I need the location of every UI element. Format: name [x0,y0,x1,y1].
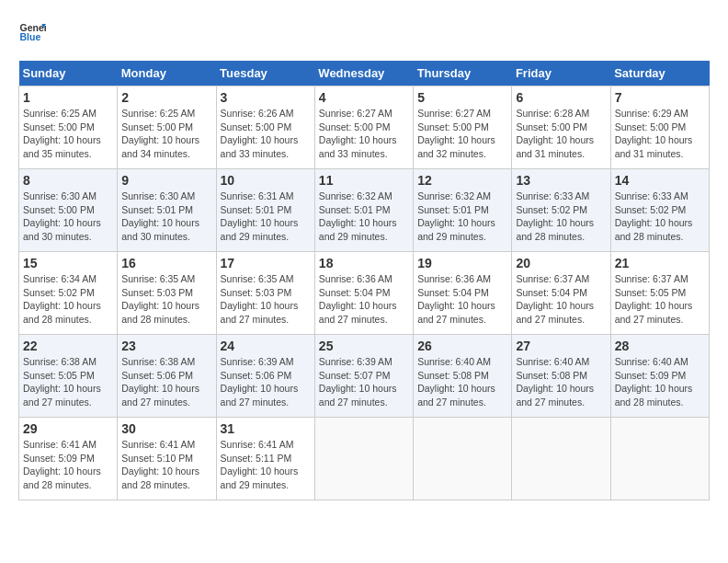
day-number: 12 [417,173,507,188]
day-cell-18: 18 Sunrise: 6:36 AM Sunset: 5:04 PM Dayl… [314,252,413,335]
day-info: Sunrise: 6:27 AM Sunset: 5:00 PM Dayligh… [417,107,507,161]
day-number: 23 [121,339,211,353]
day-number: 11 [319,173,409,188]
day-info: Sunrise: 6:39 AM Sunset: 5:07 PM Dayligh… [319,355,409,409]
week-row-5: 29 Sunrise: 6:41 AM Sunset: 5:09 PM Dayl… [19,418,710,500]
day-number: 22 [23,339,113,353]
empty-cell [314,418,413,500]
day-cell-1: 1 Sunrise: 6:25 AM Sunset: 5:00 PM Dayli… [19,86,118,169]
day-info: Sunrise: 6:30 AM Sunset: 5:00 PM Dayligh… [23,190,113,244]
day-cell-3: 3 Sunrise: 6:26 AM Sunset: 5:00 PM Dayli… [216,86,314,169]
day-info: Sunrise: 6:37 AM Sunset: 5:05 PM Dayligh… [615,272,705,327]
empty-cell [610,418,709,500]
day-info: Sunrise: 6:40 AM Sunset: 5:08 PM Dayligh… [516,355,606,409]
day-cell-10: 10 Sunrise: 6:31 AM Sunset: 5:01 PM Dayl… [216,169,314,252]
day-number: 20 [516,256,606,270]
day-info: Sunrise: 6:35 AM Sunset: 5:03 PM Dayligh… [221,272,311,327]
header-saturday: Saturday [610,61,709,86]
day-cell-6: 6 Sunrise: 6:28 AM Sunset: 5:00 PM Dayli… [512,86,610,169]
day-cell-16: 16 Sunrise: 6:35 AM Sunset: 5:03 PM Dayl… [118,252,216,335]
day-cell-7: 7 Sunrise: 6:29 AM Sunset: 5:00 PM Dayli… [610,86,709,169]
day-info: Sunrise: 6:25 AM Sunset: 5:00 PM Dayligh… [23,107,113,161]
week-row-4: 22 Sunrise: 6:38 AM Sunset: 5:05 PM Dayl… [19,335,710,418]
day-info: Sunrise: 6:28 AM Sunset: 5:00 PM Dayligh… [516,107,606,161]
empty-cell [414,418,512,500]
day-cell-19: 19 Sunrise: 6:36 AM Sunset: 5:04 PM Dayl… [414,252,512,335]
day-cell-27: 27 Sunrise: 6:40 AM Sunset: 5:08 PM Dayl… [512,335,610,418]
header-row: SundayMondayTuesdayWednesdayThursdayFrid… [19,61,710,86]
day-info: Sunrise: 6:27 AM Sunset: 5:00 PM Dayligh… [319,107,409,161]
day-cell-25: 25 Sunrise: 6:39 AM Sunset: 5:07 PM Dayl… [314,335,413,418]
day-info: Sunrise: 6:31 AM Sunset: 5:01 PM Dayligh… [221,190,311,244]
day-cell-26: 26 Sunrise: 6:40 AM Sunset: 5:08 PM Dayl… [414,335,512,418]
header-friday: Friday [512,61,610,86]
day-number: 15 [23,256,113,270]
day-number: 1 [23,90,113,105]
day-info: Sunrise: 6:33 AM Sunset: 5:02 PM Dayligh… [615,190,705,244]
day-info: Sunrise: 6:41 AM Sunset: 5:11 PM Dayligh… [221,438,311,492]
day-number: 10 [221,173,311,188]
day-cell-9: 9 Sunrise: 6:30 AM Sunset: 5:01 PM Dayli… [118,169,216,252]
day-cell-21: 21 Sunrise: 6:37 AM Sunset: 5:05 PM Dayl… [610,252,709,335]
day-number: 18 [319,256,409,270]
day-info: Sunrise: 6:41 AM Sunset: 5:09 PM Dayligh… [23,438,113,492]
day-number: 5 [417,90,507,105]
day-number: 16 [121,256,211,270]
day-cell-13: 13 Sunrise: 6:33 AM Sunset: 5:02 PM Dayl… [512,169,610,252]
day-number: 19 [417,256,507,270]
calendar-table: SundayMondayTuesdayWednesdayThursdayFrid… [18,61,710,500]
header-monday: Monday [118,61,216,86]
day-number: 3 [221,90,311,105]
day-cell-23: 23 Sunrise: 6:38 AM Sunset: 5:06 PM Dayl… [118,335,216,418]
header-sunday: Sunday [19,61,118,86]
day-cell-28: 28 Sunrise: 6:40 AM Sunset: 5:09 PM Dayl… [610,335,709,418]
day-info: Sunrise: 6:40 AM Sunset: 5:08 PM Dayligh… [417,355,507,409]
page-header: General Blue [18,18,710,46]
header-thursday: Thursday [414,61,512,86]
day-info: Sunrise: 6:39 AM Sunset: 5:06 PM Dayligh… [221,355,311,409]
day-info: Sunrise: 6:32 AM Sunset: 5:01 PM Dayligh… [319,190,409,244]
day-info: Sunrise: 6:29 AM Sunset: 5:00 PM Dayligh… [615,107,705,161]
day-cell-30: 30 Sunrise: 6:41 AM Sunset: 5:10 PM Dayl… [118,418,216,500]
logo-icon: General Blue [18,18,46,46]
logo: General Blue [18,18,46,46]
day-info: Sunrise: 6:35 AM Sunset: 5:03 PM Dayligh… [121,272,211,327]
day-info: Sunrise: 6:30 AM Sunset: 5:01 PM Dayligh… [121,190,211,244]
day-number: 14 [615,173,705,188]
header-tuesday: Tuesday [216,61,314,86]
day-number: 26 [417,339,507,353]
day-info: Sunrise: 6:40 AM Sunset: 5:09 PM Dayligh… [615,355,705,409]
day-cell-24: 24 Sunrise: 6:39 AM Sunset: 5:06 PM Dayl… [216,335,314,418]
day-info: Sunrise: 6:36 AM Sunset: 5:04 PM Dayligh… [319,272,409,327]
day-info: Sunrise: 6:41 AM Sunset: 5:10 PM Dayligh… [121,438,211,492]
day-info: Sunrise: 6:37 AM Sunset: 5:04 PM Dayligh… [516,272,606,327]
day-number: 30 [121,421,211,436]
day-info: Sunrise: 6:36 AM Sunset: 5:04 PM Dayligh… [417,272,507,327]
day-info: Sunrise: 6:25 AM Sunset: 5:00 PM Dayligh… [121,107,211,161]
day-cell-31: 31 Sunrise: 6:41 AM Sunset: 5:11 PM Dayl… [216,418,314,500]
day-cell-22: 22 Sunrise: 6:38 AM Sunset: 5:05 PM Dayl… [19,335,118,418]
day-cell-14: 14 Sunrise: 6:33 AM Sunset: 5:02 PM Dayl… [610,169,709,252]
day-cell-11: 11 Sunrise: 6:32 AM Sunset: 5:01 PM Dayl… [314,169,413,252]
day-number: 24 [221,339,311,353]
day-info: Sunrise: 6:34 AM Sunset: 5:02 PM Dayligh… [23,272,113,327]
svg-text:Blue: Blue [20,31,41,42]
day-number: 8 [23,173,113,188]
day-number: 28 [615,339,705,353]
day-cell-17: 17 Sunrise: 6:35 AM Sunset: 5:03 PM Dayl… [216,252,314,335]
day-info: Sunrise: 6:33 AM Sunset: 5:02 PM Dayligh… [516,190,606,244]
day-cell-2: 2 Sunrise: 6:25 AM Sunset: 5:00 PM Dayli… [118,86,216,169]
empty-cell [512,418,610,500]
day-number: 9 [121,173,211,188]
day-info: Sunrise: 6:38 AM Sunset: 5:06 PM Dayligh… [121,355,211,409]
day-cell-15: 15 Sunrise: 6:34 AM Sunset: 5:02 PM Dayl… [19,252,118,335]
day-cell-29: 29 Sunrise: 6:41 AM Sunset: 5:09 PM Dayl… [19,418,118,500]
week-row-1: 1 Sunrise: 6:25 AM Sunset: 5:00 PM Dayli… [19,86,710,169]
day-number: 2 [121,90,211,105]
day-number: 21 [615,256,705,270]
day-number: 13 [516,173,606,188]
week-row-3: 15 Sunrise: 6:34 AM Sunset: 5:02 PM Dayl… [19,252,710,335]
day-info: Sunrise: 6:32 AM Sunset: 5:01 PM Dayligh… [417,190,507,244]
day-cell-20: 20 Sunrise: 6:37 AM Sunset: 5:04 PM Dayl… [512,252,610,335]
day-number: 29 [23,421,113,436]
